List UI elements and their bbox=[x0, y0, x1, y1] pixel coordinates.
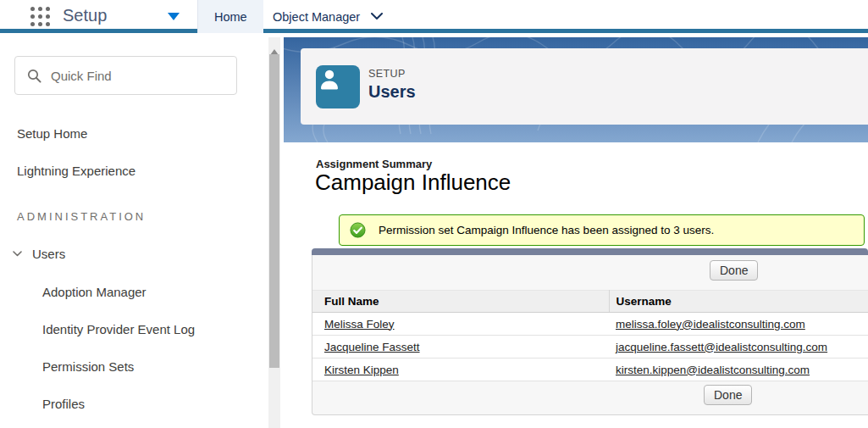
table-row: Jacqueline Fassett jacqueline.fassett@id… bbox=[312, 336, 868, 359]
setup-sidebar: Setup Home Lightning Experience ADMINIST… bbox=[0, 37, 284, 428]
tab-home[interactable]: Home bbox=[198, 0, 263, 33]
table-row: Melissa Foley melissa.foley@idealistcons… bbox=[312, 313, 868, 336]
column-header-full-name: Full Name bbox=[312, 291, 609, 313]
global-nav: Setup Home Object Manager bbox=[0, 0, 868, 33]
sidebar-item-users[interactable]: Users bbox=[13, 247, 65, 261]
table-row: Kirsten Kippen kirsten.kippen@idealistco… bbox=[312, 359, 868, 381]
sidebar-item-users-label: Users bbox=[32, 247, 65, 261]
success-check-icon bbox=[350, 222, 366, 238]
assigned-users-table: Full Name Username Melissa Foley melissa… bbox=[312, 290, 868, 381]
success-message-banner: Permission set Campaign Influence has be… bbox=[339, 214, 865, 246]
done-button-bottom[interactable]: Done bbox=[704, 385, 752, 405]
user-link-username[interactable]: kirsten.kippen@idealistconsulting.com bbox=[616, 364, 810, 376]
table-header-row: Full Name Username bbox=[312, 291, 868, 313]
user-link-full-name[interactable]: Kirsten Kippen bbox=[324, 364, 399, 376]
assignment-table-block: Done Full Name Username Melissa Foley me… bbox=[312, 255, 868, 415]
sidebar-item-permission-sets[interactable]: Permission Sets bbox=[42, 359, 134, 374]
sidebar-scrollbar-thumb[interactable] bbox=[269, 54, 279, 368]
sidebar-item-lightning-experience[interactable]: Lightning Experience bbox=[17, 164, 135, 178]
tab-home-label: Home bbox=[214, 10, 247, 24]
sidebar-item-adoption-manager[interactable]: Adoption Manager bbox=[42, 285, 147, 299]
column-header-username: Username bbox=[609, 291, 868, 313]
sidebar-item-profiles[interactable]: Profiles bbox=[42, 397, 85, 411]
app-launcher-icon[interactable] bbox=[30, 7, 50, 26]
user-link-full-name[interactable]: Melissa Foley bbox=[324, 318, 395, 331]
header-eyebrow: SETUP bbox=[368, 68, 406, 80]
setup-banner: SETUP Users bbox=[284, 37, 868, 142]
user-icon bbox=[316, 65, 360, 108]
page-header-card: SETUP Users bbox=[301, 48, 868, 125]
sidebar-section-administration: ADMINISTRATION bbox=[17, 210, 146, 223]
sidebar-scrollbar-track[interactable] bbox=[268, 37, 280, 428]
user-link-username[interactable]: jacqueline.fassett@idealistconsulting.co… bbox=[616, 341, 827, 353]
sidebar-item-setup-home[interactable]: Setup Home bbox=[17, 126, 87, 141]
tab-object-manager[interactable]: Object Manager bbox=[261, 0, 395, 33]
quick-find-input[interactable] bbox=[14, 56, 237, 95]
app-name-label: Setup bbox=[63, 6, 107, 25]
app-dropdown-caret-icon[interactable] bbox=[168, 13, 180, 20]
campaign-influence-title: Campaign Influence bbox=[315, 170, 511, 196]
assignment-summary-label: Assignment Summary bbox=[316, 158, 432, 170]
done-button-top[interactable]: Done bbox=[710, 260, 758, 281]
section-header-bar bbox=[312, 248, 868, 255]
content-area: Assignment Summary Campaign Influence Pe… bbox=[284, 142, 868, 428]
tab-object-manager-label: Object Manager bbox=[273, 10, 360, 24]
main-region: SETUP Users Assignment Summary Campaign … bbox=[284, 37, 868, 428]
chevron-down-icon bbox=[13, 251, 22, 257]
chevron-down-icon bbox=[371, 13, 383, 20]
user-link-full-name[interactable]: Jacqueline Fassett bbox=[324, 341, 420, 353]
page-header-title: Users bbox=[368, 82, 416, 102]
user-link-username[interactable]: melissa.foley@idealistconsulting.com bbox=[616, 318, 805, 331]
success-message-text: Permission set Campaign Influence has be… bbox=[379, 224, 714, 236]
sidebar-item-identity-provider-event-log[interactable]: Identity Provider Event Log bbox=[42, 322, 195, 336]
scroll-up-arrow-icon[interactable] bbox=[270, 43, 279, 49]
